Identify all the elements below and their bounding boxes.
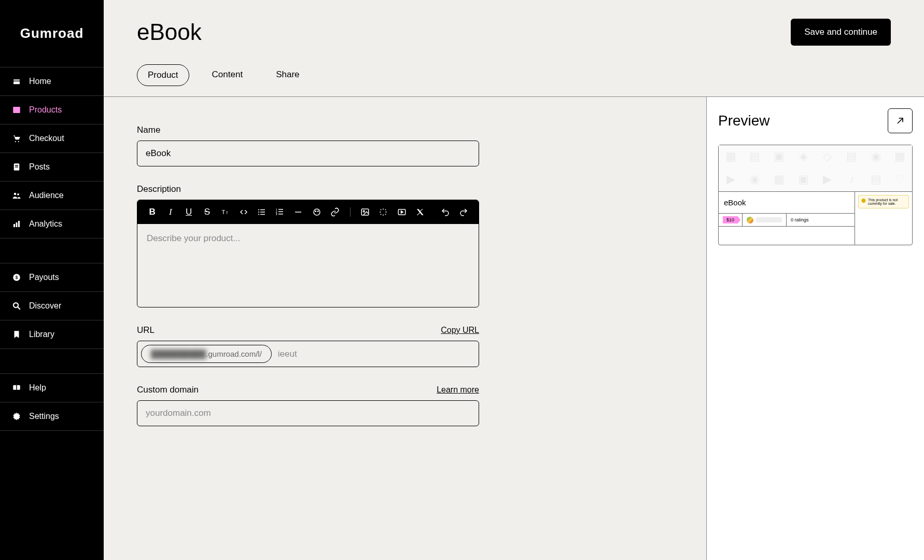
custom-domain-input[interactable] bbox=[137, 400, 479, 426]
svg-rect-8 bbox=[15, 166, 18, 167]
tab-share[interactable]: Share bbox=[265, 64, 310, 86]
preview-seller-cell bbox=[743, 214, 787, 226]
open-preview-button[interactable] bbox=[888, 108, 913, 133]
description-label: Description bbox=[137, 184, 181, 194]
svg-rect-34 bbox=[278, 214, 283, 215]
form-area: Name Description B I U S bbox=[104, 97, 706, 560]
bullet-list-icon[interactable] bbox=[256, 206, 267, 218]
svg-line-43 bbox=[898, 118, 903, 123]
preview-panel: Preview ▦▤▣◈◇▤◉▦ ▶◉▦▣▶♪▤♡ eBook bbox=[706, 97, 924, 560]
link-icon[interactable] bbox=[329, 206, 340, 218]
sidebar-item-label: Library bbox=[29, 330, 54, 339]
bold-icon[interactable]: B bbox=[147, 206, 158, 218]
sidebar-item-settings[interactable]: Settings bbox=[0, 402, 104, 431]
description-textarea[interactable]: Describe your product... bbox=[137, 224, 479, 307]
toolbar-separator bbox=[350, 207, 351, 217]
preview-title: Preview bbox=[718, 113, 770, 129]
preview-ratings-cell: 0 ratings bbox=[787, 214, 855, 226]
url-slug-input[interactable] bbox=[278, 349, 475, 359]
svg-rect-24 bbox=[260, 209, 265, 211]
posts-icon bbox=[11, 162, 22, 172]
bookmark-icon bbox=[11, 329, 22, 340]
code-icon[interactable] bbox=[238, 206, 249, 218]
sidebar-item-analytics[interactable]: Analytics bbox=[0, 210, 104, 239]
seller-name-placeholder bbox=[756, 217, 782, 222]
svg-point-10 bbox=[17, 193, 19, 195]
preview-price-cell: $10 bbox=[719, 214, 743, 226]
sidebar-item-label: Analytics bbox=[29, 219, 62, 229]
sidebar-item-home[interactable]: Home bbox=[0, 67, 104, 96]
redo-icon[interactable] bbox=[458, 206, 469, 218]
strikethrough-icon[interactable]: S bbox=[202, 206, 213, 218]
image-icon[interactable] bbox=[360, 206, 371, 218]
learn-more-link[interactable]: Learn more bbox=[437, 385, 479, 395]
sidebar-item-label: Checkout bbox=[29, 134, 64, 143]
x-twitter-icon[interactable] bbox=[414, 206, 425, 218]
underline-icon[interactable]: U bbox=[183, 206, 194, 218]
svg-point-40 bbox=[363, 211, 365, 212]
svg-rect-1 bbox=[13, 81, 20, 84]
svg-rect-26 bbox=[260, 212, 265, 213]
tab-product[interactable]: Product bbox=[137, 64, 189, 86]
logo-text: Gumroad bbox=[20, 25, 84, 41]
sidebar-item-payouts[interactable]: $ Payouts bbox=[0, 263, 104, 292]
embed-icon[interactable] bbox=[378, 206, 389, 218]
arrow-up-right-icon bbox=[895, 116, 905, 126]
sidebar-item-audience[interactable]: Audience bbox=[0, 181, 104, 210]
products-icon bbox=[11, 105, 22, 115]
sidebar-item-label: Audience bbox=[29, 191, 64, 200]
svg-line-17 bbox=[18, 307, 20, 310]
url-domain-suffix: .gumroad.com/l/ bbox=[206, 349, 262, 358]
sidebar-item-help[interactable]: Help bbox=[0, 374, 104, 402]
svg-rect-2 bbox=[13, 108, 20, 114]
copy-url-link[interactable]: Copy URL bbox=[441, 326, 479, 335]
editor-toolbar: B I U S TT bbox=[137, 200, 479, 224]
undo-icon[interactable] bbox=[440, 206, 451, 218]
svg-point-37 bbox=[315, 211, 316, 212]
audience-icon bbox=[11, 190, 22, 201]
svg-rect-30 bbox=[278, 209, 283, 210]
svg-marker-42 bbox=[401, 211, 403, 214]
svg-rect-0 bbox=[13, 79, 20, 80]
url-domain-pill[interactable]: ██████████.gumroad.com/l/ bbox=[141, 345, 272, 363]
svg-rect-19 bbox=[16, 385, 17, 390]
name-input[interactable] bbox=[137, 141, 479, 166]
video-icon[interactable] bbox=[396, 206, 407, 218]
svg-point-5 bbox=[18, 141, 19, 142]
preview-cover: ▦▤▣◈◇▤◉▦ ▶◉▦▣▶♪▤♡ bbox=[719, 145, 912, 192]
preview-warning-text: This product is not currently for sale. bbox=[868, 198, 906, 205]
svg-point-25 bbox=[258, 212, 259, 213]
custom-domain-label: Custom domain bbox=[137, 385, 199, 395]
sidebar-item-library[interactable]: Library bbox=[0, 320, 104, 349]
quote-icon[interactable] bbox=[311, 206, 322, 218]
sidebar-item-label: Payouts bbox=[29, 273, 59, 282]
svg-text:3: 3 bbox=[276, 213, 277, 216]
analytics-icon bbox=[11, 219, 22, 229]
save-and-continue-button[interactable]: Save and continue bbox=[791, 19, 891, 46]
sidebar-item-checkout[interactable]: Checkout bbox=[0, 124, 104, 153]
preview-warning: ⬤ This product is not currently for sale… bbox=[858, 195, 909, 208]
sidebar-item-label: Posts bbox=[29, 162, 50, 172]
italic-icon[interactable]: I bbox=[165, 206, 176, 218]
svg-point-9 bbox=[14, 193, 17, 195]
horizontal-rule-icon[interactable] bbox=[293, 206, 304, 218]
svg-point-23 bbox=[258, 209, 259, 210]
numbered-list-icon[interactable]: 123 bbox=[275, 206, 286, 218]
svg-text:T: T bbox=[226, 211, 228, 215]
svg-rect-3 bbox=[13, 107, 20, 108]
payouts-icon: $ bbox=[11, 272, 22, 283]
sidebar-item-posts[interactable]: Posts bbox=[0, 153, 104, 181]
sidebar-item-products[interactable]: Products bbox=[0, 96, 104, 124]
tab-content[interactable]: Content bbox=[202, 64, 254, 86]
svg-text:T: T bbox=[221, 209, 225, 215]
svg-rect-35 bbox=[295, 212, 301, 213]
svg-point-27 bbox=[258, 214, 259, 215]
sidebar-item-discover[interactable]: Discover bbox=[0, 292, 104, 320]
sidebar-item-label: Discover bbox=[29, 301, 61, 311]
logo[interactable]: Gumroad bbox=[0, 0, 104, 67]
text-size-icon[interactable]: TT bbox=[220, 206, 231, 218]
page-title: eBook bbox=[137, 19, 202, 45]
svg-point-4 bbox=[15, 141, 16, 142]
tabs: Product Content Share bbox=[137, 64, 891, 96]
sidebar: Gumroad Home Products Checkout Posts bbox=[0, 0, 104, 560]
